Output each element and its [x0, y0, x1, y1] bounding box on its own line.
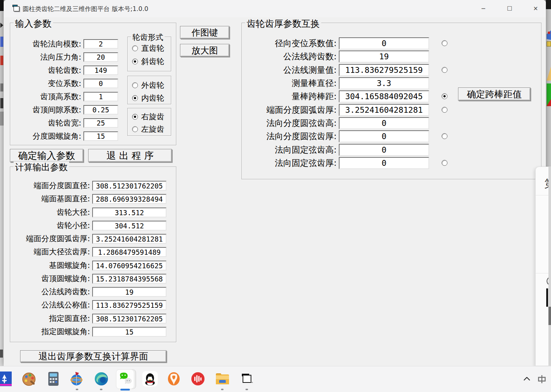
fixed-chord-thickness-input[interactable]: 0: [339, 157, 429, 169]
field-label: 公法线测量值:: [241, 64, 337, 76]
span-tooth-count-input[interactable]: 19: [339, 51, 429, 63]
output-arc-thickness[interactable]: 3.25241604281281: [92, 234, 166, 244]
output-specified-diameter[interactable]: 308.512301762205: [92, 314, 166, 324]
field-label: 指定圆螺旋角:: [10, 327, 90, 337]
addendum-coefficient-input[interactable]: 1: [83, 92, 118, 101]
radio-option-external-gear[interactable]: 外齿轮: [132, 80, 164, 90]
flyout-scroll-strip[interactable]: [548, 167, 551, 366]
gear-app-window-icon[interactable]: [239, 371, 255, 387]
shift-coefficient-input[interactable]: 0: [83, 79, 118, 88]
radio-fixed-chord[interactable]: [442, 160, 447, 166]
field-label: 测量棒直径:: [241, 77, 337, 89]
modulus-input[interactable]: 2: [83, 39, 118, 49]
field-label: 齿轮法向模数:: [10, 39, 81, 49]
normal-chord-height-input[interactable]: 0: [339, 117, 429, 129]
radio-label: 内齿轮: [141, 93, 164, 103]
draw-button[interactable]: 作图键: [180, 26, 229, 39]
radio-label: 外齿轮: [141, 80, 164, 90]
running-indicator: [100, 389, 102, 390]
radio-pin-span[interactable]: [442, 93, 447, 99]
wechat-icon[interactable]: [116, 369, 134, 389]
minimize-button[interactable]: ─: [476, 2, 491, 15]
calculator-icon[interactable]: [46, 371, 62, 387]
paint-icon[interactable]: [21, 371, 37, 387]
radio-option-helical-gear[interactable]: 斜齿轮: [132, 56, 164, 67]
output-pitch-diameter[interactable]: 308.512301762205: [92, 181, 166, 191]
ime-chinese-indicator-icon[interactable]: [536, 374, 547, 385]
exit-program-button[interactable]: 退 出 程 序: [88, 149, 172, 162]
radio-transverse-arc[interactable]: [442, 107, 447, 113]
taskbar-overflow-chevron-icon[interactable]: [520, 372, 533, 385]
confirm-pin-span-button[interactable]: 确定跨棒距值: [458, 87, 531, 101]
pressure-angle-input[interactable]: 20: [83, 52, 118, 62]
background-app-right-edge: [546, 0, 551, 168]
radio-option-internal-gear[interactable]: 内齿轮: [132, 93, 164, 103]
field-label: 齿顶圆螺旋角:: [10, 274, 90, 284]
qq-icon[interactable]: [142, 371, 158, 387]
output-base-tangent-nominal[interactable]: 113.836279525159: [92, 300, 166, 310]
running-indicator: [221, 389, 224, 390]
radio-icon[interactable]: [132, 126, 138, 132]
field-label: 端面分度圆直径:: [10, 181, 90, 191]
radio-base-tangent[interactable]: [442, 67, 447, 73]
clearance-coefficient-input[interactable]: 0.25: [83, 105, 118, 115]
fixed-chord-height-input[interactable]: 0: [339, 144, 429, 156]
file-explorer-icon[interactable]: [214, 371, 230, 387]
pin-span-distance-input[interactable]: 304.165884092045: [339, 90, 429, 102]
helix-angle-input[interactable]: 15: [83, 131, 118, 141]
desktop-screen: 圆柱类齿轮二维及三维作图平台 版本号;1.0.0 ─ ☐ ✕ 输入参数 齿轮法向…: [0, 0, 551, 392]
radio-radial-shift[interactable]: [442, 40, 447, 46]
radio-icon[interactable]: [132, 59, 138, 64]
radio-icon[interactable]: [132, 45, 138, 51]
field-label: 公法线跨齿数:: [241, 51, 337, 63]
tooth-count-input[interactable]: 149: [83, 66, 118, 75]
normal-chord-thickness-input[interactable]: 0: [339, 130, 429, 142]
field-label: 法向压力角:: [10, 52, 81, 62]
radio-normal-chord[interactable]: [442, 133, 447, 139]
maximize-button[interactable]: ☐: [502, 2, 517, 15]
field-label: 量棒跨棒距:: [241, 90, 337, 102]
gear-type-group: 外齿轮 内齿轮: [127, 76, 171, 104]
confirm-input-button[interactable]: 确定输入参数: [10, 149, 83, 162]
tooth-form-group: 轮齿形式 直齿轮 斜齿轮: [127, 37, 171, 71]
base-tangent-length-input[interactable]: 113.836279525159: [339, 64, 429, 76]
pin-diameter-input[interactable]: 3.3: [339, 77, 429, 89]
fox-browser-icon[interactable]: [166, 371, 182, 387]
output-span-tooth-count[interactable]: 19: [92, 287, 166, 297]
taskbar: [0, 366, 551, 392]
window-title: 圆柱类齿轮二维及三维作图平台 版本号;1.0.0: [23, 5, 148, 13]
globe-cad-icon[interactable]: [69, 371, 85, 387]
radial-shift-value-input[interactable]: 0: [339, 37, 429, 49]
output-minor-diameter[interactable]: 304.512: [92, 221, 166, 231]
output-major-diameter[interactable]: 313.512: [92, 208, 166, 217]
radio-icon[interactable]: [132, 95, 138, 101]
face-width-input[interactable]: 25: [83, 118, 118, 128]
output-specified-helix-angle[interactable]: 15: [92, 327, 166, 337]
transverse-arc-thickness-input[interactable]: 3.25241604281281: [339, 104, 429, 116]
titlebar[interactable]: 圆柱类齿轮二维及三维作图平台 版本号;1.0.0 ─ ☐ ✕: [4, 0, 546, 17]
enlarge-button[interactable]: 放大图: [180, 44, 229, 57]
radio-option-left-hand[interactable]: 左旋齿: [132, 124, 164, 134]
field-label: 公法线跨齿数:: [10, 287, 90, 297]
radio-icon[interactable]: [132, 82, 138, 88]
output-base-helix-angle[interactable]: 14.0760954216625: [92, 261, 166, 270]
field-label: 法向分度圆弦齿高:: [241, 117, 337, 129]
exit-thickness-ui-button[interactable]: 退出齿厚参数互换计算界面: [20, 350, 166, 362]
field-label: 齿轮齿宽:: [10, 118, 81, 128]
radio-option-right-hand[interactable]: 右旋齿: [132, 112, 164, 122]
output-base-diameter[interactable]: 288.696939328494: [92, 194, 166, 204]
output-tip-chord-thickness[interactable]: 1.2868479591489: [92, 247, 166, 257]
radio-option-spur-gear[interactable]: 直齿轮: [132, 43, 164, 53]
field-label: 径向变位系数值:: [241, 37, 337, 49]
flyout-scroll-thumb[interactable]: [548, 307, 551, 325]
output-tip-helix-angle[interactable]: 15.2318784395568: [92, 274, 166, 284]
field-label: 变位系数:: [10, 79, 81, 88]
field-label: 基圆螺旋角:: [10, 261, 90, 270]
running-indicator-active: [120, 389, 130, 391]
audio-red-icon[interactable]: [190, 371, 206, 387]
radio-icon[interactable]: [132, 114, 138, 120]
field-label: 端面基圆直径:: [10, 194, 90, 204]
partial-app-icon[interactable]: [0, 371, 13, 387]
edge-browser-icon[interactable]: [93, 371, 109, 387]
close-button[interactable]: ✕: [528, 2, 543, 15]
